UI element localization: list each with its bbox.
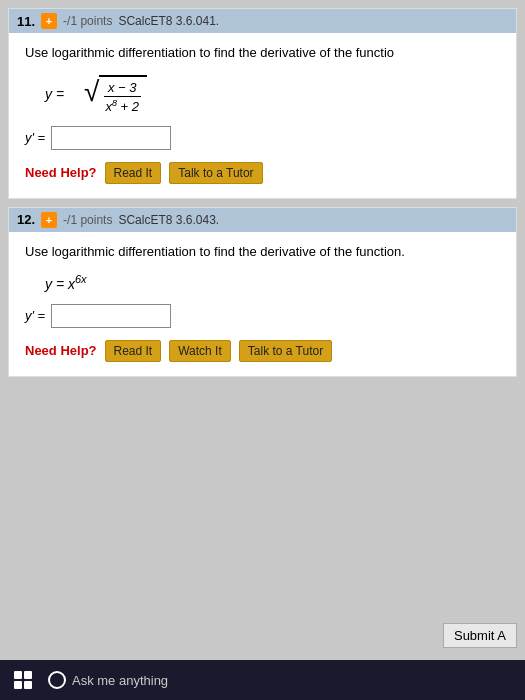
points-label-12: -/1 points — [63, 213, 112, 227]
answer-input-11[interactable] — [51, 126, 171, 150]
win-square-1 — [14, 671, 22, 679]
question-text-12: Use logarithmic differentiation to find … — [25, 242, 500, 262]
question-number-12: 12. — [17, 212, 35, 227]
submit-btn-area: Submit A — [443, 623, 517, 648]
math-formula-11: y = √ x − 3 x8 + 2 — [45, 75, 500, 114]
need-help-label-11: Need Help? — [25, 165, 97, 180]
question-body-11: Use logarithmic differentiation to find … — [9, 33, 516, 198]
win-square-4 — [24, 681, 32, 689]
taskbar-search[interactable]: Ask me anything — [48, 671, 168, 689]
taskbar-start[interactable] — [8, 665, 38, 695]
question-id-11: SCalcET8 3.6.041. — [118, 14, 219, 28]
need-help-row-11: Need Help? Read It Talk to a Tutor — [25, 162, 500, 184]
question-number-11: 11. — [17, 14, 35, 29]
need-help-label-12: Need Help? — [25, 343, 97, 358]
main-content: 11. + -/1 points SCalcET8 3.6.041. Use l… — [0, 8, 525, 648]
points-label-11: -/1 points — [63, 14, 112, 28]
math-formula-12: y = x6x — [45, 273, 500, 292]
read-it-btn-11[interactable]: Read It — [105, 162, 162, 184]
answer-row-11: y' = — [25, 126, 500, 150]
answer-label-12: y' = — [25, 308, 45, 323]
need-help-row-12: Need Help? Read It Watch It Talk to a Tu… — [25, 340, 500, 362]
watch-it-btn-12[interactable]: Watch It — [169, 340, 231, 362]
win-square-3 — [14, 681, 22, 689]
plus-minus-btn-12[interactable]: + — [41, 212, 57, 228]
sqrt-symbol-11: √ — [84, 78, 99, 106]
question-block-12: 12. + -/1 points SCalcET8 3.6.043. Use l… — [8, 207, 517, 377]
search-text: Ask me anything — [72, 673, 168, 688]
taskbar: Ask me anything — [0, 660, 525, 700]
formula-y-11: y = — [45, 86, 64, 102]
formula-y-12: y = x6x — [45, 273, 87, 292]
talk-to-tutor-btn-12[interactable]: Talk to a Tutor — [239, 340, 332, 362]
answer-label-11: y' = — [25, 130, 45, 145]
sqrt-content-11: x − 3 x8 + 2 — [99, 75, 147, 114]
question-block-11: 11. + -/1 points SCalcET8 3.6.041. Use l… — [8, 8, 517, 199]
answer-input-12[interactable] — [51, 304, 171, 328]
question-header-12: 12. + -/1 points SCalcET8 3.6.043. — [9, 208, 516, 232]
question-id-12: SCalcET8 3.6.043. — [118, 213, 219, 227]
sqrt-wrapper-11: √ x − 3 x8 + 2 — [72, 75, 147, 114]
question-text-11: Use logarithmic differentiation to find … — [25, 43, 500, 63]
question-header-11: 11. + -/1 points SCalcET8 3.6.041. — [9, 9, 516, 33]
search-circle-icon — [48, 671, 66, 689]
answer-row-12: y' = — [25, 304, 500, 328]
fraction-11: x − 3 x8 + 2 — [101, 80, 143, 114]
fraction-num-11: x − 3 — [104, 80, 141, 97]
win-square-2 — [24, 671, 32, 679]
windows-icon — [14, 671, 32, 689]
fraction-den-11: x8 + 2 — [101, 97, 143, 114]
read-it-btn-12[interactable]: Read It — [105, 340, 162, 362]
submit-button[interactable]: Submit A — [443, 623, 517, 648]
plus-minus-btn-11[interactable]: + — [41, 13, 57, 29]
question-body-12: Use logarithmic differentiation to find … — [9, 232, 516, 376]
talk-to-tutor-btn-11[interactable]: Talk to a Tutor — [169, 162, 262, 184]
